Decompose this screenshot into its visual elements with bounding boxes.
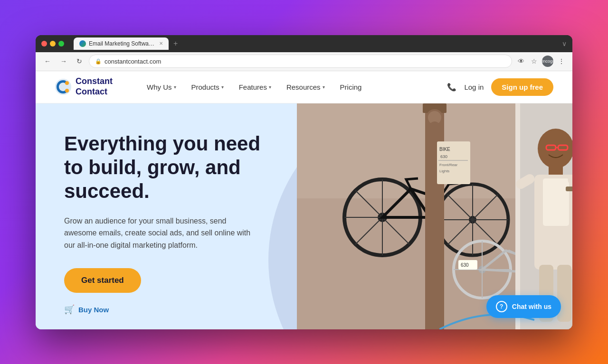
tab-bar: Email Marketing Software | Co... ✕ + bbox=[74, 37, 558, 50]
maximize-button[interactable] bbox=[58, 41, 64, 47]
new-tab-button[interactable]: + bbox=[171, 38, 180, 49]
address-bar[interactable]: 🔒 constantcontact.com bbox=[89, 55, 512, 68]
reload-button[interactable]: ↻ bbox=[74, 56, 85, 67]
browser-titlebar: Email Marketing Software | Co... ✕ + ∨ bbox=[36, 35, 572, 52]
hero-subtitle: Grow an audience for your small business… bbox=[64, 215, 254, 252]
get-started-button[interactable]: Get started bbox=[64, 268, 141, 293]
cart-icon: 🛒 bbox=[64, 304, 75, 315]
incognito-icon: 👁 bbox=[516, 56, 526, 67]
chat-label: Chat with us bbox=[512, 303, 551, 310]
chevron-down-icon: ▾ bbox=[174, 84, 176, 90]
hero-left: Everything you need to build, grow, and … bbox=[36, 103, 304, 329]
chevron-down-icon: ▾ bbox=[221, 84, 224, 90]
incognito-label: Incognito bbox=[542, 59, 553, 64]
menu-icon[interactable]: ⋮ bbox=[556, 56, 567, 67]
nav-item-features[interactable]: Features ▾ bbox=[233, 79, 277, 95]
chat-icon: ? bbox=[496, 301, 507, 312]
logo-icon bbox=[55, 78, 72, 95]
tab-close-icon[interactable]: ✕ bbox=[159, 41, 163, 46]
url-text: constantcontact.com bbox=[104, 58, 161, 65]
nav-links: Why Us ▾ Products ▾ Features ▾ Resources… bbox=[141, 79, 447, 95]
browser-toolbar: ← → ↻ 🔒 constantcontact.com 👁 ☆ Incognit… bbox=[36, 52, 572, 71]
logo-text: Constant Contact bbox=[76, 76, 113, 97]
buy-now-label: Buy Now bbox=[78, 306, 109, 314]
lock-icon: 🔒 bbox=[95, 58, 102, 65]
svg-text:630: 630 bbox=[461, 262, 469, 268]
svg-rect-17 bbox=[425, 103, 444, 329]
site-nav: Constant Contact Why Us ▾ Products ▾ Fea… bbox=[36, 71, 572, 103]
traffic-lights bbox=[41, 41, 64, 47]
svg-text:BIKE: BIKE bbox=[439, 147, 450, 152]
nav-item-products[interactable]: Products ▾ bbox=[186, 79, 229, 95]
back-button[interactable]: ← bbox=[41, 56, 54, 67]
profile-button[interactable]: Incognito bbox=[542, 56, 553, 67]
svg-text:Lights: Lights bbox=[439, 169, 449, 173]
toolbar-actions: 👁 ☆ Incognito ⋮ bbox=[516, 56, 567, 67]
buy-now-link[interactable]: 🛒 Buy Now bbox=[64, 304, 280, 315]
svg-rect-36 bbox=[543, 178, 569, 226]
svg-point-21 bbox=[429, 121, 440, 133]
tab-favicon bbox=[79, 40, 86, 47]
chevron-down-icon: ▾ bbox=[323, 84, 325, 90]
nav-item-pricing[interactable]: Pricing bbox=[334, 79, 368, 95]
hero-section: Everything you need to build, grow, and … bbox=[36, 103, 572, 329]
nav-actions: 📞 Log in Sign up free bbox=[447, 78, 553, 96]
svg-point-1 bbox=[65, 81, 69, 85]
hero-title: Everything you need to build, grow, and … bbox=[64, 132, 280, 204]
svg-text:630: 630 bbox=[440, 154, 447, 159]
active-tab[interactable]: Email Marketing Software | Co... ✕ bbox=[74, 37, 169, 50]
forward-button[interactable]: → bbox=[57, 56, 70, 67]
close-button[interactable] bbox=[41, 41, 47, 47]
bookmark-icon[interactable]: ☆ bbox=[529, 56, 539, 67]
logo[interactable]: Constant Contact bbox=[55, 76, 113, 97]
chat-widget[interactable]: ? Chat with us bbox=[486, 295, 561, 318]
window-controls[interactable]: ∨ bbox=[562, 40, 567, 47]
browser-window: Email Marketing Software | Co... ✕ + ∨ ←… bbox=[36, 35, 572, 329]
svg-rect-39 bbox=[566, 187, 572, 191]
tab-title: Email Marketing Software | Co... bbox=[89, 40, 156, 47]
chevron-down-icon: ▾ bbox=[269, 84, 271, 90]
login-button[interactable]: Log in bbox=[464, 83, 484, 91]
nav-item-resources[interactable]: Resources ▾ bbox=[281, 79, 331, 95]
website-content: Constant Contact Why Us ▾ Products ▾ Fea… bbox=[36, 71, 572, 329]
minimize-button[interactable] bbox=[50, 41, 56, 47]
svg-text:Front/Rear: Front/Rear bbox=[439, 163, 458, 167]
svg-point-2 bbox=[65, 89, 69, 93]
phone-icon: 📞 bbox=[447, 83, 456, 92]
signup-button[interactable]: Sign up free bbox=[491, 78, 553, 96]
svg-rect-34 bbox=[549, 166, 563, 176]
svg-rect-41 bbox=[557, 265, 571, 322]
nav-item-why-us[interactable]: Why Us ▾ bbox=[141, 79, 182, 95]
